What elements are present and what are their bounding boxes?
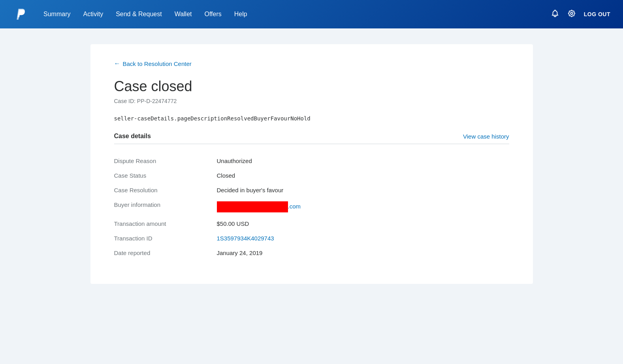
date-reported-label: Date reported	[114, 246, 217, 260]
bell-icon[interactable]	[551, 9, 559, 20]
case-id-value: PP-D-22474772	[137, 98, 177, 104]
table-row: Buyer information .com	[114, 197, 509, 216]
case-resolution-label: Case Resolution	[114, 183, 217, 197]
case-status-value: Closed	[217, 168, 509, 183]
case-details-section-title: Case details	[114, 133, 151, 140]
view-case-history-link[interactable]: View case history	[463, 133, 509, 140]
table-row: Transaction ID 1S3597934K4029743	[114, 231, 509, 246]
case-status-label: Case Status	[114, 168, 217, 183]
nav-links: Summary Activity Send & Request Wallet O…	[43, 11, 247, 18]
nav-right-actions: LOG OUT	[551, 9, 610, 20]
transaction-id-value: 1S3597934K4029743	[217, 231, 509, 246]
case-resolution-value: Decided in buyer's favour	[217, 183, 509, 197]
buyer-information-value: .com	[217, 197, 509, 216]
logout-button[interactable]: LOG OUT	[584, 11, 610, 17]
content-card: ← Back to Resolution Center Case closed …	[90, 44, 533, 284]
case-details-header: Case details View case history	[114, 133, 509, 144]
nav-item-summary[interactable]: Summary	[43, 11, 70, 18]
date-reported-value: January 24, 2019	[217, 246, 509, 260]
case-id: Case ID: PP-D-22474772	[114, 98, 509, 104]
redacted-buyer-email	[217, 201, 288, 212]
gear-icon[interactable]	[567, 9, 576, 20]
case-details-table: Dispute Reason Unauthorized Case Status …	[114, 154, 509, 260]
paypal-logo	[13, 6, 29, 23]
nav-item-wallet[interactable]: Wallet	[175, 11, 192, 18]
nav-item-offers[interactable]: Offers	[205, 11, 222, 18]
back-to-resolution-center-link[interactable]: ← Back to Resolution Center	[114, 60, 509, 67]
transaction-amount-label: Transaction amount	[114, 216, 217, 231]
dispute-reason-label: Dispute Reason	[114, 154, 217, 168]
buyer-information-label: Buyer information	[114, 197, 217, 216]
main-navigation: Summary Activity Send & Request Wallet O…	[0, 0, 623, 28]
page-wrapper: ← Back to Resolution Center Case closed …	[27, 28, 596, 300]
table-row: Date reported January 24, 2019	[114, 246, 509, 260]
table-row: Dispute Reason Unauthorized	[114, 154, 509, 168]
transaction-id-link[interactable]: 1S3597934K4029743	[217, 235, 274, 242]
table-row: Case Status Closed	[114, 168, 509, 183]
case-title: Case closed	[114, 78, 509, 95]
table-row: Transaction amount $50.00 USD	[114, 216, 509, 231]
back-link-label: Back to Resolution Center	[123, 60, 192, 67]
back-arrow-icon: ←	[114, 60, 120, 67]
case-description: seller-caseDetails.pageDescriptionResolv…	[114, 115, 509, 122]
transaction-id-label: Transaction ID	[114, 231, 217, 246]
nav-item-help[interactable]: Help	[234, 11, 247, 18]
case-id-label: Case ID:	[114, 98, 136, 104]
table-row: Case Resolution Decided in buyer's favou…	[114, 183, 509, 197]
nav-item-send-request[interactable]: Send & Request	[116, 11, 162, 18]
buyer-email-suffix: .com	[288, 203, 301, 210]
transaction-amount-value: $50.00 USD	[217, 216, 509, 231]
nav-item-activity[interactable]: Activity	[83, 11, 103, 18]
dispute-reason-value: Unauthorized	[217, 154, 509, 168]
